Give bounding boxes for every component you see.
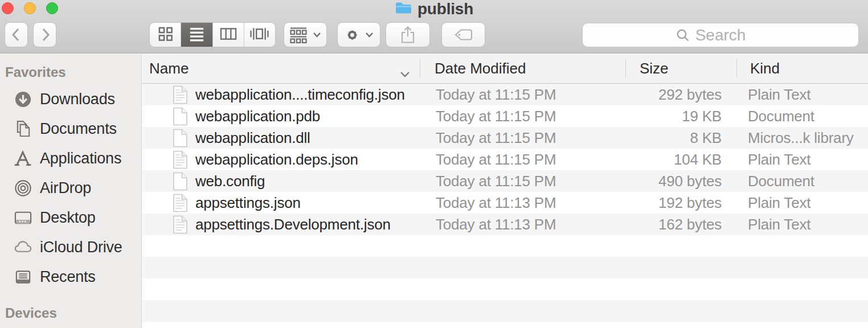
documents-icon: [11, 120, 35, 138]
back-button[interactable]: [5, 22, 28, 47]
file-size: 162 bytes: [625, 216, 736, 233]
table-row[interactable]: webapplication.deps.jsonToday at 11:15 P…: [142, 149, 868, 170]
airdrop-icon: [11, 179, 35, 198]
sidebar-item-label: Recents: [40, 268, 96, 286]
file-date-modified: Today at 11:15 PM: [420, 108, 625, 125]
sidebar-item-airdrop[interactable]: AirDrop: [0, 173, 141, 203]
forward-icon: [38, 27, 52, 42]
text-document-icon: [173, 150, 188, 169]
list-view-icon: [189, 26, 205, 44]
file-name: webapplication.deps.json: [195, 151, 358, 169]
column-label: Kind: [750, 60, 780, 77]
empty-row: [142, 278, 868, 300]
gear-action-icon: [345, 27, 360, 43]
column-header-size[interactable]: Size: [625, 54, 736, 83]
sidebar-item-label: Documents: [40, 120, 117, 138]
forward-button[interactable]: [33, 22, 56, 47]
file-name: webapplication.dll: [195, 129, 310, 147]
table-row[interactable]: web.configToday at 11:15 PM490 bytesDocu…: [142, 170, 868, 192]
sidebar-item-label: iCloud Drive: [40, 239, 122, 256]
file-size: 192 bytes: [625, 194, 736, 212]
file-name: appsettings.json: [195, 194, 301, 212]
file-date-modified: Today at 11:15 PM: [420, 151, 625, 169]
table-row[interactable]: appsettings.Development.jsonToday at 11:…: [142, 214, 868, 235]
empty-row: [142, 257, 868, 278]
chevron-down-icon: [313, 32, 321, 38]
column-label: Date Modified: [435, 60, 526, 77]
search-field[interactable]: [582, 23, 859, 47]
view-mode-icon-view-icon[interactable]: [150, 23, 181, 47]
file-kind: Plain Text: [736, 194, 868, 212]
sidebar-item-label: Downloads: [40, 91, 115, 108]
sidebar-item-documents[interactable]: Documents: [0, 114, 141, 144]
sidebar-item-icloud-drive[interactable]: iCloud Drive: [0, 232, 141, 262]
chevron-down-icon: [365, 32, 374, 38]
file-name: webapplication....timeconfig.json: [195, 86, 405, 104]
icon-view-icon: [157, 26, 174, 44]
sidebar: FavoritesDownloadsDocumentsApplicationsA…: [0, 54, 142, 328]
column-label: Name: [149, 60, 189, 77]
file-size: 19 KB: [625, 108, 736, 125]
column-label: Size: [640, 60, 669, 77]
file-name: web.config: [195, 173, 265, 190]
downloads-icon: [11, 90, 35, 109]
search-input[interactable]: [583, 23, 858, 47]
back-icon: [10, 27, 23, 42]
share-icon: [400, 26, 416, 44]
sidebar-item-applications[interactable]: Applications: [0, 144, 141, 173]
arrange-group-icon: [289, 27, 308, 43]
view-mode-switcher: [149, 22, 276, 47]
file-size: 292 bytes: [625, 86, 736, 104]
file-date-modified: Today at 11:13 PM: [420, 216, 625, 233]
sidebar-item-label: Applications: [40, 150, 121, 167]
file-date-modified: Today at 11:15 PM: [420, 173, 625, 190]
file-size: 8 KB: [625, 129, 736, 147]
file-kind: Plain Text: [736, 216, 868, 233]
file-kind: Plain Text: [736, 86, 868, 104]
file-date-modified: Today at 11:13 PM: [420, 194, 625, 212]
file-name: webapplication.pdb: [195, 108, 320, 125]
sidebar-section-label: Devices: [0, 305, 141, 322]
window-title: publish: [417, 0, 473, 18]
view-mode-list-view-icon[interactable]: [181, 23, 212, 47]
file-list: Name Date Modified Size Kind webapplicat…: [142, 54, 868, 328]
sidebar-item-desktop[interactable]: Desktop: [0, 203, 141, 232]
column-header-date-modified[interactable]: Date Modified: [420, 54, 625, 83]
file-size: 104 KB: [625, 151, 736, 169]
sidebar-item-downloads[interactable]: Downloads: [0, 84, 141, 114]
sidebar-section-label: Favorites: [0, 64, 141, 81]
chevron-down-icon: [399, 64, 411, 82]
desktop-icon: [11, 208, 35, 227]
column-view-icon: [219, 26, 238, 44]
tag-button[interactable]: [441, 22, 485, 47]
file-kind: Plain Text: [736, 151, 868, 169]
file-name: appsettings.Development.json: [195, 216, 391, 233]
folder-icon: [395, 1, 412, 17]
file-kind: Micros...k library: [736, 129, 868, 147]
table-row[interactable]: webapplication.pdbToday at 11:15 PM19 KB…: [142, 105, 868, 127]
table-row[interactable]: appsettings.jsonToday at 11:13 PM192 byt…: [142, 192, 868, 214]
sidebar-item-recents[interactable]: Recents: [0, 262, 141, 292]
text-document-icon: [173, 85, 188, 104]
share-button[interactable]: [386, 22, 430, 47]
file-kind: Document: [736, 173, 868, 190]
table-row[interactable]: webapplication....timeconfig.jsonToday a…: [142, 84, 868, 105]
empty-row: [142, 300, 868, 322]
arrange-button[interactable]: [284, 22, 327, 47]
view-mode-coverflow-view-icon[interactable]: [244, 23, 275, 47]
table-row[interactable]: webapplication.dllToday at 11:15 PM8 KBM…: [142, 127, 868, 149]
view-mode-column-view-icon[interactable]: [213, 23, 244, 47]
blank-document-icon: [173, 172, 188, 191]
empty-row: [142, 322, 868, 328]
sidebar-item-label: AirDrop: [40, 179, 91, 197]
column-header-name[interactable]: Name: [142, 54, 420, 83]
file-date-modified: Today at 11:15 PM: [420, 129, 625, 147]
action-menu-button[interactable]: [337, 22, 380, 47]
window-header: publish: [0, 0, 868, 54]
column-header-kind[interactable]: Kind: [736, 54, 868, 83]
recents-icon: [11, 268, 35, 286]
blank-document-icon: [173, 107, 188, 126]
text-document-icon: [173, 194, 188, 212]
file-date-modified: Today at 11:15 PM: [420, 86, 625, 104]
text-document-icon: [173, 215, 188, 234]
